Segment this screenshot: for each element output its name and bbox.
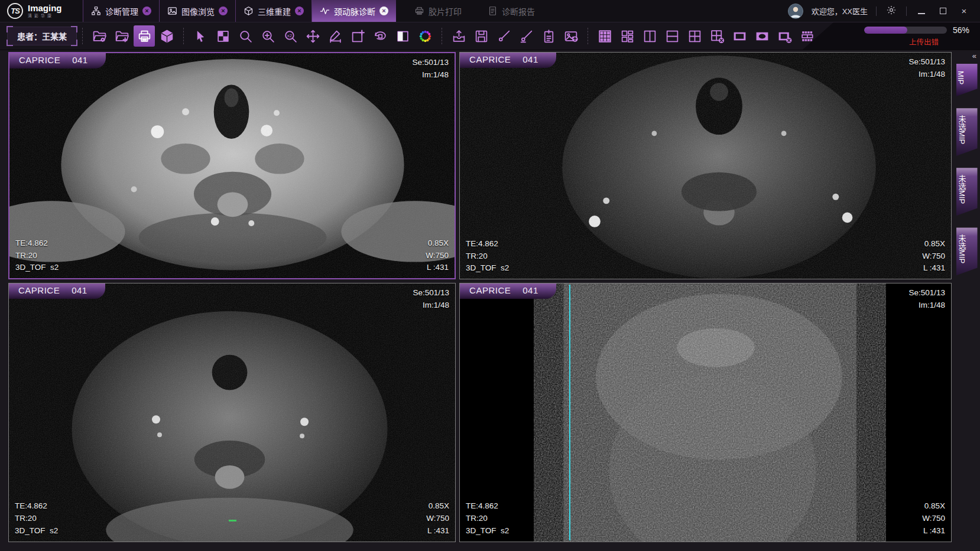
slice-tick-marker	[229, 520, 236, 521]
series-info-overlay: Se:501/13Im:1/48	[908, 287, 945, 312]
series-tab[interactable]: CAPRICE041	[9, 283, 105, 299]
nav-tab-4[interactable]: 颈动脉诊断×	[311, 0, 396, 22]
mask-ellipse-button[interactable]	[751, 25, 773, 47]
upload-progress-fill	[864, 27, 907, 34]
gear-icon[interactable]	[885, 5, 898, 17]
sidebar-series-tab-2[interactable]: 未选MIP	[956, 108, 978, 156]
title-bar: TS Imaging 清影华康 诊断管理×图像浏览×三维重建×颈动脉诊断×胶片打…	[0, 0, 980, 22]
series-tab[interactable]: CAPRICE041	[460, 53, 556, 68]
sidebar-series-tab-1[interactable]: MIP	[956, 64, 978, 96]
nav-tab-1[interactable]: 诊断管理×	[83, 0, 159, 22]
layout-2-columns-button[interactable]	[639, 25, 660, 47]
print-button[interactable]	[134, 25, 155, 47]
sidebar-series-tab-4[interactable]: 未选MIP	[956, 227, 978, 275]
nav-tab-3[interactable]: 三维重建×	[235, 0, 311, 22]
series-tab[interactable]: CAPRICE041	[9, 53, 106, 69]
new-report-button[interactable]	[538, 25, 559, 47]
viewport-4[interactable]: CAPRICE041Se:501/13Im:1/48TE:4.862TR:203…	[459, 283, 952, 542]
user-avatar[interactable]	[788, 4, 803, 19]
nav-tab-6[interactable]: 诊断报告	[480, 0, 543, 22]
layout-clear-button[interactable]	[706, 25, 728, 47]
divider	[876, 6, 877, 16]
series-number: 041	[72, 55, 88, 65]
viewport-3[interactable]: CAPRICE041Se:501/13Im:1/48TE:4.862TR:203…	[8, 283, 456, 542]
measure-button[interactable]	[324, 25, 346, 47]
tiles-2x2-icon	[620, 29, 635, 44]
viewport-2[interactable]: CAPRICE041Se:501/13Im:1/48TE:4.862TR:203…	[459, 52, 952, 279]
display-overlay: 0.85XW:750L :431	[922, 500, 945, 537]
viewport-1[interactable]: CAPRICE041Se:501/13Im:1/48TE:4.862TR:203…	[8, 52, 456, 279]
grid-remove-icon	[710, 29, 725, 44]
device-name: CAPRICE	[19, 55, 60, 65]
split-rows-icon	[665, 29, 680, 44]
pseudo-color-button[interactable]	[414, 25, 436, 47]
rect-solid-icon	[732, 29, 747, 44]
series-number: 041	[72, 285, 87, 295]
magnifier-button[interactable]	[235, 25, 256, 47]
layout-tiles-button[interactable]	[616, 25, 638, 47]
mri-image	[9, 53, 455, 278]
frame-plus-icon	[351, 29, 365, 44]
acquisition-overlay: TE:4.862TR:203D_TOF s2	[466, 500, 509, 537]
toolbar-separator	[442, 28, 442, 44]
close-button[interactable]: ×	[958, 6, 971, 16]
rotate-3d-button[interactable]	[369, 25, 391, 47]
volume-3d-button[interactable]	[156, 25, 177, 47]
mask-clear-button[interactable]	[774, 25, 795, 47]
doc-plus-icon	[541, 29, 556, 44]
nav-tab-label: 胶片打印	[429, 5, 462, 17]
series-info-overlay: Se:501/13Im:1/48	[412, 57, 449, 81]
sidebar-series-tab-3[interactable]: 未选MIP	[956, 168, 978, 216]
probe-pen-line-icon	[519, 29, 534, 44]
series-info-overlay: Se:501/13Im:1/48	[413, 287, 449, 312]
probe-baseline-button[interactable]	[515, 25, 537, 47]
probe-button[interactable]	[493, 25, 514, 47]
layout-2x2-button[interactable]	[684, 25, 705, 47]
nav-tab-2[interactable]: 图像浏览×	[159, 0, 235, 22]
device-name: CAPRICE	[469, 285, 511, 295]
close-tab-icon[interactable]: ×	[379, 6, 388, 15]
report-icon	[488, 6, 498, 16]
split-cols-icon	[642, 29, 657, 44]
display-overlay: 0.85XW:750L :431	[922, 238, 945, 275]
close-tab-icon[interactable]: ×	[219, 6, 228, 15]
minimize-button[interactable]	[915, 6, 928, 16]
image-icon	[167, 6, 177, 16]
bw-square-icon	[395, 29, 410, 44]
toolbar-separator	[588, 28, 588, 44]
brand-logo-icon: TS	[7, 3, 23, 19]
nav-tab-5[interactable]: 胶片打印	[407, 0, 469, 22]
grid-3x3-icon	[598, 29, 612, 44]
mask-rect-button[interactable]	[729, 25, 750, 47]
maximize-button[interactable]	[936, 6, 949, 16]
zoom-in-button[interactable]	[257, 25, 278, 47]
magnify-2x-icon: x2	[283, 29, 298, 44]
layout-2-rows-button[interactable]	[661, 25, 683, 47]
upload-button[interactable]	[448, 25, 469, 47]
export-image-button[interactable]	[560, 25, 582, 47]
open-study-add-button[interactable]	[111, 25, 132, 47]
filmstrip-icon	[800, 29, 814, 44]
grid-2x2-icon	[687, 29, 702, 44]
pan-button[interactable]	[302, 25, 323, 47]
pulse-icon	[320, 6, 330, 16]
save-button[interactable]	[470, 25, 492, 47]
annotate-frame-button[interactable]	[347, 25, 368, 47]
layout-grid-3x3-button[interactable]	[594, 25, 615, 47]
cube-icon	[244, 6, 254, 16]
invert-tiles-button[interactable]	[212, 25, 233, 47]
zoom-2x-button[interactable]: x2	[280, 25, 301, 47]
patient-field[interactable]: 患者：王某某	[7, 27, 77, 45]
series-tab[interactable]: CAPRICE041	[460, 283, 556, 299]
viewport-grid: CAPRICE041Se:501/13Im:1/48TE:4.862TR:203…	[0, 50, 953, 551]
pan-arrows-icon	[306, 29, 320, 44]
chevrons-left-icon[interactable]: «	[972, 51, 980, 64]
open-study-settings-button[interactable]	[89, 25, 110, 47]
window-level-button[interactable]	[392, 25, 413, 47]
device-name: CAPRICE	[18, 285, 60, 295]
cursor-select-button[interactable]	[190, 25, 211, 47]
close-tab-icon[interactable]: ×	[295, 6, 304, 15]
upload-tray-icon	[452, 29, 466, 44]
close-tab-icon[interactable]: ×	[142, 6, 151, 15]
reference-line[interactable]	[569, 285, 570, 540]
